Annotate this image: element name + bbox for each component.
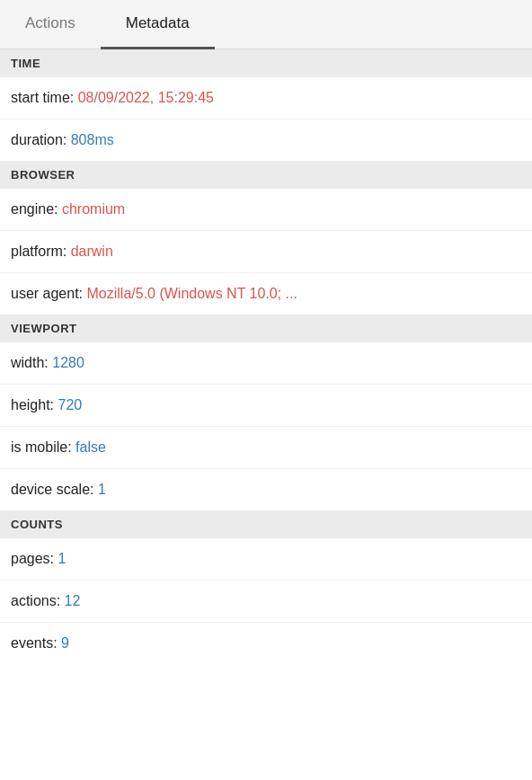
row-counts-1: actions: 12	[0, 581, 532, 623]
section-viewport: VIEWPORTwidth: 1280height: 720is mobile:…	[0, 315, 532, 510]
tab-metadata[interactable]: Metadata	[101, 0, 215, 49]
row-label-viewport-3: device scale:	[11, 482, 98, 497]
section-header-viewport: VIEWPORT	[0, 315, 532, 342]
section-counts: COUNTSpages: 1actions: 12events: 9	[0, 510, 532, 664]
row-label-viewport-0: width:	[11, 355, 52, 370]
row-viewport-0: width: 1280	[0, 342, 532, 385]
section-header-time: TIME	[0, 49, 532, 77]
row-value-browser-1: darwin	[71, 244, 113, 259]
row-label-browser-0: engine:	[11, 201, 62, 217]
section-header-browser: BROWSER	[0, 161, 532, 189]
row-counts-2: events: 9	[0, 623, 532, 664]
row-value-browser-0: chromium	[62, 201, 125, 217]
row-value-browser-2: Mozilla/5.0 (Windows NT 10.0; ...	[87, 286, 297, 301]
row-browser-0: engine: chromium	[0, 189, 532, 231]
section-header-counts: COUNTS	[0, 510, 532, 538]
content: TIMEstart time: 08/09/2022, 15:29:45dura…	[0, 49, 532, 664]
row-label-browser-1: platform:	[11, 244, 71, 259]
row-time-0: start time: 08/09/2022, 15:29:45	[0, 77, 532, 120]
row-value-counts-2: 9	[61, 635, 69, 651]
row-label-viewport-1: height:	[11, 397, 58, 412]
row-value-viewport-2: false	[75, 439, 106, 455]
row-value-time-0: 08/09/2022, 15:29:45	[78, 90, 214, 105]
row-viewport-3: device scale: 1	[0, 469, 532, 510]
section-browser: BROWSERengine: chromiumplatform: darwinu…	[0, 161, 532, 315]
row-label-counts-1: actions:	[11, 593, 65, 608]
tab-actions[interactable]: Actions	[0, 0, 101, 49]
row-label-viewport-2: is mobile:	[11, 439, 75, 455]
row-label-counts-2: events:	[11, 635, 61, 651]
row-time-1: duration: 808ms	[0, 120, 532, 161]
row-value-viewport-0: 1280	[52, 355, 84, 370]
row-label-time-0: start time:	[11, 90, 78, 105]
row-browser-1: platform: darwin	[0, 231, 532, 273]
row-value-viewport-1: 720	[58, 397, 82, 412]
row-label-time-1: duration:	[11, 132, 71, 147]
row-value-viewport-3: 1	[98, 482, 106, 497]
row-label-browser-2: user agent:	[11, 286, 87, 301]
row-viewport-1: height: 720	[0, 385, 532, 427]
section-time: TIMEstart time: 08/09/2022, 15:29:45dura…	[0, 49, 532, 161]
tabs-container: ActionsMetadata	[0, 0, 532, 49]
row-value-time-1: 808ms	[71, 132, 114, 147]
row-label-counts-0: pages:	[11, 551, 58, 566]
row-value-counts-1: 12	[65, 593, 81, 608]
row-browser-2: user agent: Mozilla/5.0 (Windows NT 10.0…	[0, 273, 532, 315]
row-value-counts-0: 1	[58, 551, 66, 566]
row-counts-0: pages: 1	[0, 538, 532, 581]
row-viewport-2: is mobile: false	[0, 427, 532, 469]
